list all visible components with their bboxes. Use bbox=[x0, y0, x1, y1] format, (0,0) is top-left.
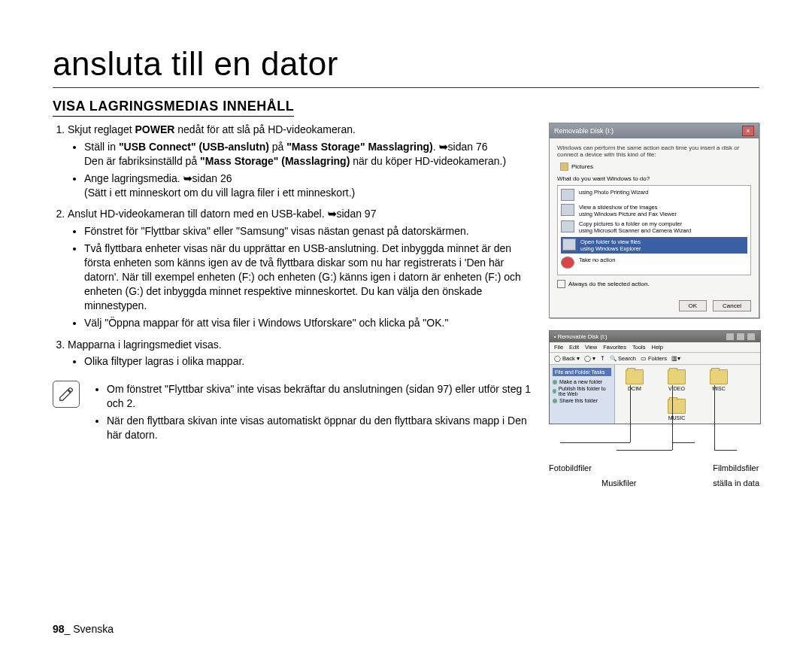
step2-bullet2: Två flyttbara enheter visas när du upprä… bbox=[84, 241, 534, 312]
dialog-buttons: OK Cancel bbox=[550, 294, 759, 317]
note-1: Om fönstret "Flyttbar skiva" inte visas … bbox=[107, 382, 534, 411]
explorer-titlebar: ▪ Removable Disk (I:) bbox=[550, 331, 760, 342]
step1-bullet1: Ställ in "USB Connect" (USB-anslutn) på … bbox=[84, 140, 534, 169]
folders-button[interactable]: ▭ Folders bbox=[641, 355, 667, 362]
folder-icon bbox=[668, 369, 686, 384]
folder-labels: Fotobildfiler Musikfiler Filmbildsfiler … bbox=[549, 463, 759, 487]
screenshot-column: Removable Disk (I:) × Windows can perfor… bbox=[549, 123, 759, 487]
dialog-title: Removable Disk (I:) bbox=[554, 127, 614, 135]
manual-page: ansluta till en dator VISA LAGRINGSMEDIA… bbox=[0, 0, 812, 653]
section-heading-wrap: VISA LAGRINGSMEDIAS INNEHÅLL bbox=[53, 91, 759, 123]
label-config-data: ställa in data bbox=[713, 478, 759, 487]
menu-favorites[interactable]: Favorites bbox=[603, 344, 626, 351]
printer-icon bbox=[561, 189, 574, 201]
step1-sublist: Ställ in "USB Connect" (USB-anslutn) på … bbox=[68, 140, 534, 200]
option-open-folder[interactable]: Open folder to view filesusing Windows E… bbox=[561, 237, 747, 254]
pictures-icon bbox=[560, 162, 568, 171]
maximize-icon[interactable] bbox=[736, 333, 745, 341]
window-buttons bbox=[726, 333, 756, 341]
cancel-button[interactable]: Cancel bbox=[713, 300, 751, 311]
folder-music[interactable]: MUSIC bbox=[663, 399, 690, 421]
explorer-toolbar: ◯ Back ▾ ◯ ▾ ⤒ 🔍 Search ▭ Folders ▥▾ bbox=[550, 353, 760, 365]
folder-misc[interactable]: MISC bbox=[705, 369, 732, 391]
slideshow-icon bbox=[561, 204, 574, 216]
arrow-icon: ➥ bbox=[328, 208, 337, 220]
explorer-sidebar: File and Folder Tasks Make a new folder … bbox=[550, 365, 615, 424]
note-icon bbox=[53, 381, 80, 408]
dialog-titlebar: Removable Disk (I:) × bbox=[550, 123, 759, 138]
forward-button[interactable]: ◯ ▾ bbox=[584, 355, 595, 362]
content-row: Skjut reglaget POWER nedåt för att slå p… bbox=[53, 123, 759, 487]
option-no-action[interactable]: Take no action bbox=[561, 257, 747, 269]
text-column: Skjut reglaget POWER nedåt för att slå p… bbox=[53, 123, 534, 487]
checkbox-icon[interactable] bbox=[557, 280, 565, 288]
page-number: 98 bbox=[53, 623, 65, 635]
sidebar-item-new-folder[interactable]: Make a new folder bbox=[553, 378, 611, 385]
no-action-icon bbox=[561, 257, 574, 269]
note-2: När den flyttbara skivan inte visas auto… bbox=[107, 414, 534, 442]
footer-language: Svenska bbox=[73, 623, 114, 635]
step2-sublist: Fönstret för "Flyttbar skiva" eller "Sam… bbox=[68, 224, 534, 330]
step3-sublist: Olika filtyper lagras i olika mappar. bbox=[68, 354, 534, 369]
folder-icon bbox=[626, 369, 644, 384]
page-title: ansluta till en dator bbox=[53, 45, 759, 88]
folder-dcim[interactable]: DCIM bbox=[621, 369, 648, 391]
minimize-icon[interactable] bbox=[726, 333, 735, 341]
option-list[interactable]: using Photo Printing Wizard View a slide… bbox=[557, 185, 751, 275]
label-video-files: Filmbildsfiler bbox=[713, 463, 759, 472]
step-2: Anslut HD-videokameran till datorn med e… bbox=[68, 207, 534, 330]
sidebar-item-share[interactable]: Share this folder bbox=[553, 397, 611, 404]
explorer-body: File and Folder Tasks Make a new folder … bbox=[550, 365, 760, 424]
page-footer: 98_ Svenska bbox=[53, 623, 114, 635]
menu-file[interactable]: File bbox=[554, 344, 563, 351]
step1-bullet2: Ange lagringsmedia. ➥sidan 26 (Sätt i et… bbox=[84, 172, 534, 200]
ok-button[interactable]: OK bbox=[679, 300, 707, 311]
option-printing-wizard[interactable]: using Photo Printing Wizard bbox=[561, 189, 747, 201]
sidebar-header: File and Folder Tasks bbox=[553, 368, 611, 376]
views-button[interactable]: ▥▾ bbox=[671, 355, 680, 362]
sidebar-item-publish[interactable]: Publish this folder to the Web bbox=[553, 385, 611, 397]
always-checkbox-row[interactable]: Always do the selected action. bbox=[557, 280, 751, 288]
pencil-icon bbox=[58, 386, 74, 402]
explorer-menubar: File Edit View Favorites Tools Help bbox=[550, 342, 760, 353]
dialog-question: What do you want Windows to do? bbox=[557, 175, 751, 182]
steps-list: Skjut reglaget POWER nedåt för att slå p… bbox=[53, 123, 534, 369]
explorer-title: ▪ Removable Disk (I:) bbox=[554, 333, 607, 340]
menu-edit[interactable]: Edit bbox=[569, 344, 579, 351]
note-list: Om fönstret "Flyttbar skiva" inte visas … bbox=[90, 382, 534, 445]
arrow-icon: ➥ bbox=[439, 141, 448, 153]
autoplay-dialog: Removable Disk (I:) × Windows can perfor… bbox=[549, 123, 759, 318]
menu-tools[interactable]: Tools bbox=[632, 344, 646, 351]
close-icon[interactable] bbox=[747, 333, 756, 341]
search-button[interactable]: 🔍 Search bbox=[610, 355, 636, 362]
step-1: Skjut reglaget POWER nedåt för att slå p… bbox=[68, 123, 534, 199]
label-music-files: Musikfiler bbox=[601, 478, 636, 487]
explorer-window: ▪ Removable Disk (I:) File Edit View Fav… bbox=[549, 330, 761, 424]
explorer-content: DCIM VIDEO MISC MUSIC bbox=[615, 365, 760, 424]
folder-video[interactable]: VIDEO bbox=[663, 369, 690, 391]
up-button[interactable]: ⤒ bbox=[600, 355, 605, 362]
folder-icon bbox=[668, 399, 686, 414]
step3-bullet1: Olika filtyper lagras i olika mappar. bbox=[84, 354, 534, 369]
leader-lines bbox=[549, 424, 759, 450]
step1-text: Skjut reglaget POWER nedåt för att slå p… bbox=[68, 123, 356, 135]
menu-help[interactable]: Help bbox=[652, 344, 663, 351]
dialog-intro: Windows can perform the same action each… bbox=[557, 144, 751, 158]
step2-bullet3: Välj "Öppna mappar för att visa filer i … bbox=[84, 316, 534, 330]
folder-icon bbox=[562, 238, 576, 251]
folder-icon bbox=[710, 369, 728, 384]
close-icon[interactable]: × bbox=[742, 126, 754, 136]
arrow-icon: ➥ bbox=[183, 172, 192, 184]
option-copy-pictures[interactable]: Copy pictures to a folder on my computer… bbox=[561, 220, 747, 234]
step-3: Mapparna i lagringsmediet visas. Olika f… bbox=[68, 338, 534, 369]
section-title: VISA LAGRINGSMEDIAS INNEHÅLL bbox=[53, 99, 294, 117]
menu-view[interactable]: View bbox=[585, 344, 597, 351]
content-type: Pictures bbox=[560, 162, 751, 171]
camera-icon bbox=[561, 220, 574, 232]
step2-bullet1: Fönstret för "Flyttbar skiva" eller "Sam… bbox=[84, 224, 534, 238]
dialog-body: Windows can perform the same action each… bbox=[550, 138, 759, 294]
note-block: Om fönstret "Flyttbar skiva" inte visas … bbox=[53, 379, 534, 448]
back-button[interactable]: ◯ Back ▾ bbox=[554, 355, 580, 362]
option-slideshow[interactable]: View a slideshow of the imagesusing Wind… bbox=[561, 204, 747, 217]
label-photo-files: Fotobildfiler bbox=[549, 463, 636, 472]
